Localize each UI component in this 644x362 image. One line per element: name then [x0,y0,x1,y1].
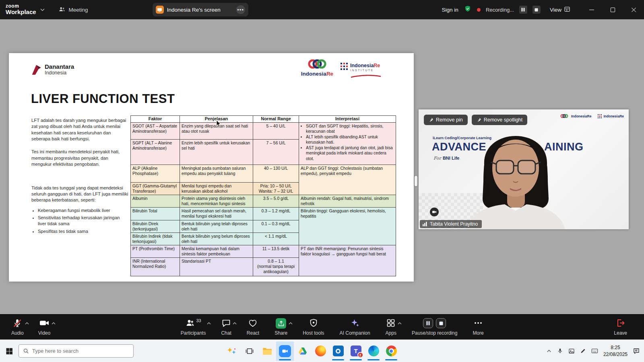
react-button[interactable]: React [244,318,262,336]
apps-options-chevron[interactable] [398,320,402,326]
table-row: PT (Prothrombin Time) Menilai kemampuan … [131,245,396,257]
taskbar-clock[interactable]: 8:25 22/08/2025 [603,344,627,357]
cell-interpretasi: Albumin rendah: Gagal hati, malnutrisi, … [299,195,396,208]
spotlight-pin-icon [477,117,481,122]
tray-touch-keyboard-icon[interactable] [591,348,598,354]
close-button[interactable] [623,0,644,19]
chat-label: Chat [221,330,231,336]
host-tools-label: Host tools [303,330,324,336]
tray-pen-icon[interactable] [580,348,586,354]
pause-recording-titlebar-button[interactable] [519,6,527,14]
ai-companion-button[interactable]: AI Companion [337,318,373,336]
column-header: Faktor [131,116,180,123]
chat-button[interactable]: Chat [219,318,233,336]
heart-icon [248,318,258,329]
action-center-icon[interactable] [633,348,640,355]
audio-button[interactable]: Audio [9,318,26,336]
cell-range: 0.1 – 0.3 mg/dL [253,220,299,232]
start-button[interactable] [0,340,19,362]
tray-expand-icon[interactable] [546,348,552,354]
zoom-taskbar-icon[interactable] [276,341,294,361]
slide-intro-text: LFT adalah tes darah yang mengukur berba… [31,117,129,236]
search-icon [23,348,29,354]
cell-range: 0.8 – 1.1 (normal tanpa terapi antikoagu… [253,258,299,276]
share-screen-button[interactable]: Share [272,318,290,336]
maximize-button[interactable] [602,0,623,19]
slide-title: LIVER FUNCTION TEST [31,92,175,106]
list-item: Spesifitas tes tidak sama [38,228,129,234]
security-shield-icon[interactable] [464,5,472,14]
sign-in-button[interactable]: Sign in [442,7,458,13]
shield-icon [309,318,318,329]
leave-icon [616,318,625,329]
taskbar-search-box[interactable] [19,344,134,358]
apps-button[interactable]: Apps [383,318,399,336]
file-explorer-icon[interactable] [258,341,276,361]
participants-button[interactable]: 33 Participants [178,318,208,336]
institute-logo-subtitle: INSTITUTE [350,69,382,72]
workplace-label: Workplace [6,9,36,16]
teams-icon[interactable]: T2 [347,341,365,361]
table-row: ALP (Alkaline Phosphatase) Meningkat pad… [131,165,396,182]
apps-grid-icon [386,318,396,329]
tab-shared-screen[interactable]: Indonesia Re's screen ••• [153,3,248,16]
minimize-button[interactable] [581,0,602,19]
cell-faktor: GGT (Gamma-Glutamyl Transferase) [131,182,180,195]
workplace-menu-button[interactable]: zoom Workplace [6,4,45,16]
apps-label: Apps [386,330,396,336]
interpretasi-bullet: AST juga terdapat di jantung dan otot, j… [306,145,394,161]
liver-function-table: Faktor Penjelasan Normal Range Interpret… [130,115,396,276]
stop-recording-button[interactable] [436,318,446,328]
chat-options-chevron[interactable] [233,320,237,326]
search-highlights-icon[interactable] [223,341,241,361]
task-view-button[interactable] [241,341,258,361]
host-tools-button[interactable]: Host tools [300,318,326,336]
participant-video-tile[interactable]: IndonesiaRe IndonesiaRe iLearn Ceding/Co… [419,109,629,229]
meeting-controls-toolbar: Audio Video 33 Participants [0,314,644,339]
share-options-chevron[interactable] [289,320,293,326]
tab-meeting[interactable]: Meeting [58,6,88,14]
teams-notification-badge: 2 [357,352,363,358]
table-row: Albumin Protein utama yang disintesis ol… [131,195,396,208]
pause-recording-button[interactable] [423,318,433,328]
video-label: Video [38,330,50,336]
slide-limitations-list: Keberagaman fungsi metabolik liver Sensi… [31,208,129,234]
view-button-label: View [550,7,561,13]
cell-interpretasi: Bilirubin tinggi: Gangguan ekskresi, hem… [299,208,396,245]
shared-screen-slide: Danantara Indonesia IndonesiaRe [9,53,414,282]
cell-faktor: Albumin [131,195,180,208]
cell-range: Pria: 10 – 50 U/L Wanita: 7 – 32 U/L [253,182,299,195]
search-input[interactable] [32,348,129,354]
danantara-logo: Danantara Indonesia [31,64,74,76]
zoom-meeting-window: zoom Workplace Meeting Indonesia Re's sc… [0,0,644,362]
video-options-chevron[interactable] [52,320,56,326]
tab-meeting-label: Meeting [69,7,88,13]
remove-spotlight-label: Remove spotlight [484,117,523,123]
participants-icon [185,318,195,329]
recording-controls-label: Pause/stop recording [412,330,457,336]
google-drive-icon[interactable] [294,341,312,361]
remove-spotlight-button[interactable]: Remove spotlight [472,115,528,125]
tray-microphone-icon[interactable] [557,348,563,354]
participants-options-chevron[interactable] [207,320,211,326]
slide-paragraph: Tidak ada tes tunggal yang dapat mendete… [31,185,129,204]
stop-recording-titlebar-button[interactable] [533,6,541,14]
cell-penjelasan: Bentuk bilirubin yang belum diproses ole… [180,232,253,245]
leave-button[interactable]: Leave [611,318,630,336]
audio-options-chevron[interactable] [25,320,29,326]
chrome-icon[interactable] [382,341,400,361]
outlook-icon[interactable] [329,341,347,361]
tab-options-button[interactable]: ••• [236,5,245,14]
cell-faktor: PT (Prothrombin Time) [131,245,180,257]
tray-image-icon[interactable] [568,348,575,354]
video-button[interactable]: Video [36,318,53,336]
cell-penjelasan: Protein utama yang disintesis oleh hati,… [180,195,253,208]
remove-pin-button[interactable]: Remove pin [424,115,468,125]
camera-icon [39,318,50,329]
view-button[interactable]: View [550,6,570,14]
more-button[interactable]: More [470,318,486,336]
firefox-icon[interactable] [312,341,329,361]
panel-resize-handle[interactable] [415,176,417,186]
edge-icon[interactable] [365,341,382,361]
recording-indicator-icon [477,8,481,12]
